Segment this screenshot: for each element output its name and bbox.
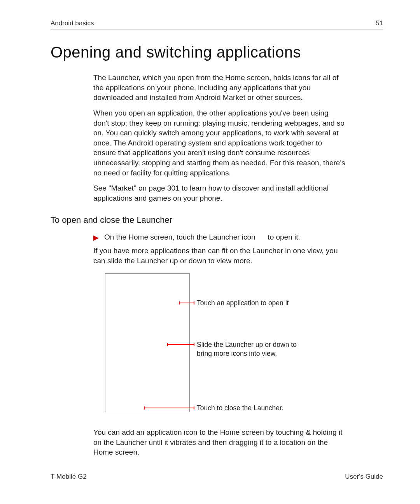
bullet-row: ▶ On the Home screen, touch the Launcher… (93, 232, 346, 243)
callout-text-2: Slide the Launcher up or down to bring m… (197, 340, 306, 358)
header-section: Android basics (51, 19, 94, 27)
callout-close-launcher: Touch to close the Launcher. (144, 404, 284, 413)
subheading-open-close-launcher: To open and close the Launcher (51, 215, 383, 225)
callout-text-1: Touch an application to open it (197, 299, 289, 308)
bullet-block: ▶ On the Home screen, touch the Launcher… (93, 232, 346, 457)
page-footer: T-Mobile G2 User's Guide (51, 473, 383, 481)
intro-paragraph-1: The Launcher, which you open from the Ho… (93, 73, 346, 103)
header-page-number: 51 (376, 19, 383, 27)
page-title: Opening and switching applications (51, 44, 383, 61)
callout-line-icon (144, 408, 194, 408)
callout-text-3: Touch to close the Launcher. (197, 404, 284, 413)
after-diagram-paragraph: You can add an application icon to the H… (93, 427, 346, 457)
launcher-diagram: Touch an application to open it Slide th… (105, 273, 346, 421)
callout-line-icon (179, 303, 194, 303)
callout-touch-app: Touch an application to open it (179, 299, 289, 308)
callout-line-icon (167, 344, 194, 345)
page: Android basics 51 Opening and switching … (0, 0, 420, 504)
footer-left: T-Mobile G2 (51, 473, 87, 481)
footer-right: User's Guide (345, 473, 383, 481)
bullet-arrow-icon: ▶ (93, 233, 99, 243)
bullet-follow-text: If you have more applications than can f… (93, 246, 346, 266)
intro-paragraph-2: When you open an application, the other … (93, 108, 346, 178)
callout-slide-launcher: Slide the Launcher up or down to bring m… (167, 340, 306, 358)
page-header: Android basics 51 (51, 19, 383, 30)
body-column: The Launcher, which you open from the Ho… (93, 73, 346, 203)
bullet-main-text: On the Home screen, touch the Launcher i… (104, 232, 300, 242)
intro-paragraph-3: See "Market" on page 301 to learn how to… (93, 183, 346, 203)
